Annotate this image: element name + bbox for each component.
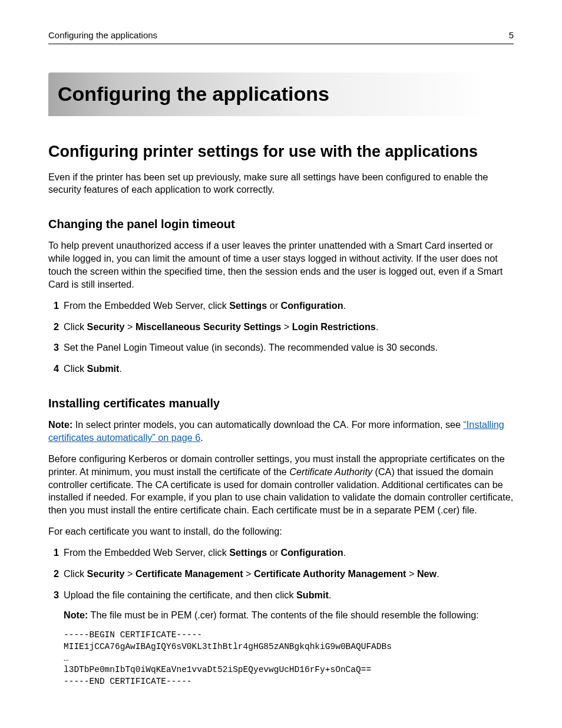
list-item: 2 Click Security > Certificate Managemen… bbox=[48, 568, 514, 581]
sub2-note: Note: In select printer models, you can … bbox=[48, 419, 514, 444]
list-item: 1 From the Embedded Web Server, click Se… bbox=[48, 546, 514, 559]
running-header: Configuring the applications 5 bbox=[48, 29, 514, 44]
sub2-para2: Before configuring Kerberos or domain co… bbox=[48, 453, 514, 517]
sub2-steps: 1 From the Embedded Web Server, click Se… bbox=[48, 546, 514, 621]
list-item: 1 From the Embedded Web Server, click Se… bbox=[48, 299, 514, 312]
subsection-login-timeout: Changing the panel login timeout bbox=[48, 216, 514, 232]
list-item: 4 Click Submit. bbox=[48, 363, 514, 375]
sub2-para3: For each certificate you want to install… bbox=[48, 525, 514, 538]
list-item: 2 Click Security > Miscellaneous Securit… bbox=[48, 321, 514, 334]
sub1-steps: 1 From the Embedded Web Server, click Se… bbox=[48, 299, 514, 375]
chapter-title: Configuring the applications bbox=[48, 73, 514, 116]
list-item: 3 Upload the file containing the certifi… bbox=[48, 589, 514, 622]
header-left: Configuring the applications bbox=[48, 29, 157, 41]
subsection-install-certs: Installing certificates manually bbox=[48, 396, 514, 411]
page-number: 5 bbox=[509, 29, 514, 41]
section-title: Configuring printer settings for use wit… bbox=[48, 141, 514, 162]
list-item: 3 Set the Panel Login Timeout value (in … bbox=[48, 341, 514, 354]
sub2-step3-note: Note: The file must be in PEM (.cer) for… bbox=[64, 609, 514, 622]
certificate-sample: -----BEGIN CERTIFICATE----- MIIE1jCCA76g… bbox=[64, 630, 514, 687]
sub1-intro: To help prevent unauthorized access if a… bbox=[48, 239, 514, 291]
section-intro: Even if the printer has been set up prev… bbox=[48, 171, 514, 197]
